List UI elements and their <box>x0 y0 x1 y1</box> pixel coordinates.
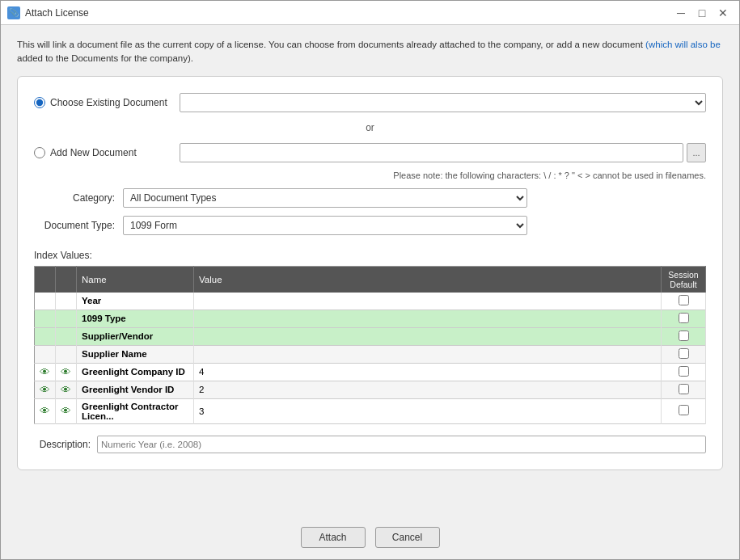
row-icon1[interactable]: 👁 <box>35 398 56 423</box>
eye-icon[interactable]: 👁 <box>61 366 71 378</box>
choose-existing-radio[interactable] <box>34 97 45 108</box>
row-name: Supplier/Vendor <box>77 327 194 345</box>
index-table: Name Value SessionDefault Year <box>34 266 706 424</box>
row-session-checkbox[interactable] <box>679 295 689 305</box>
title-bar: 📎 Attach License ─ □ ✕ <box>1 1 739 25</box>
maximize-button[interactable]: □ <box>692 5 712 21</box>
row-name: Supplier Name <box>77 345 194 363</box>
row-icon1 <box>35 293 56 310</box>
title-bar-controls: ─ □ ✕ <box>671 5 733 21</box>
footer: Attach Cancel <box>1 519 739 559</box>
row-value-input[interactable] <box>199 385 656 394</box>
row-session-checkbox[interactable] <box>679 405 689 415</box>
table-row: 1099 Type <box>35 309 706 327</box>
content-area: This will link a document file as the cu… <box>1 25 739 519</box>
eye-icon[interactable]: 👁 <box>40 384 50 396</box>
main-window: 📎 Attach License ─ □ ✕ This will link a … <box>0 0 740 560</box>
add-new-text: Add New Document <box>50 147 137 158</box>
row-session-checkbox[interactable] <box>679 313 689 323</box>
table-row: 👁 👁 Greenlight Company ID <box>35 363 706 381</box>
document-type-row: Document Type: 1099 Form <box>34 216 706 235</box>
choose-existing-text: Choose Existing Document <box>50 97 167 108</box>
col-name-header: Name <box>77 266 194 293</box>
info-text-part1: This will link a document file as the cu… <box>17 40 645 49</box>
row-name: Year <box>77 293 194 310</box>
row-session-default[interactable] <box>662 327 706 345</box>
minimize-button[interactable]: ─ <box>671 5 691 21</box>
info-text-link: (which will also be <box>645 40 721 49</box>
row-session-default[interactable] <box>662 398 706 423</box>
row-session-default[interactable] <box>662 345 706 363</box>
row-value-input[interactable] <box>199 367 656 377</box>
row-icon1 <box>35 345 56 363</box>
eye-icon[interactable]: 👁 <box>61 384 71 396</box>
row-value-input[interactable] <box>199 406 656 416</box>
row-session-default[interactable] <box>662 309 706 327</box>
row-session-checkbox[interactable] <box>679 348 689 359</box>
row-icon2 <box>56 309 77 327</box>
col-session-default-header: SessionDefault <box>662 266 706 293</box>
description-row: Description: <box>34 436 706 453</box>
table-row: 👁 👁 Greenlight Vendor ID <box>35 381 706 398</box>
window-title: Attach License <box>25 7 89 19</box>
file-input-row: ... <box>180 143 706 162</box>
row-value[interactable] <box>194 381 662 398</box>
col-icon2 <box>56 266 77 293</box>
row-icon2 <box>56 293 77 310</box>
document-type-dropdown[interactable]: 1099 Form <box>123 216 527 235</box>
choose-existing-label[interactable]: Choose Existing Document <box>34 97 171 108</box>
row-value-input[interactable] <box>199 349 656 359</box>
category-dropdown[interactable]: All Document Types <box>123 188 527 208</box>
choose-existing-row: Choose Existing Document <box>34 93 706 112</box>
row-value[interactable] <box>194 293 662 310</box>
existing-document-dropdown[interactable] <box>180 93 706 112</box>
add-new-radio[interactable] <box>34 147 45 158</box>
row-value[interactable] <box>194 363 662 381</box>
row-session-checkbox[interactable] <box>679 331 689 341</box>
close-button[interactable]: ✕ <box>713 5 733 21</box>
row-value[interactable] <box>194 327 662 345</box>
row-value[interactable] <box>194 398 662 423</box>
row-session-default[interactable] <box>662 381 706 398</box>
row-icon2[interactable]: 👁 <box>56 363 77 381</box>
eye-icon[interactable]: 👁 <box>40 366 50 378</box>
row-value[interactable] <box>194 309 662 327</box>
row-session-checkbox[interactable] <box>679 384 689 394</box>
row-name: 1099 Type <box>77 309 194 327</box>
attach-button[interactable]: Attach <box>301 527 366 548</box>
eye-icon[interactable]: 👁 <box>40 405 50 417</box>
cancel-button[interactable]: Cancel <box>375 527 440 548</box>
description-label: Description: <box>34 439 91 450</box>
row-session-default[interactable] <box>662 363 706 381</box>
row-icon2[interactable]: 👁 <box>56 398 77 423</box>
row-name: Greenlight Contractor Licen... <box>77 398 194 423</box>
row-value-input[interactable] <box>199 296 656 305</box>
description-input[interactable] <box>97 436 706 453</box>
row-icon1[interactable]: 👁 <box>35 381 56 398</box>
document-type-label: Document Type: <box>34 220 115 231</box>
info-text: This will link a document file as the cu… <box>17 38 723 66</box>
row-session-default[interactable] <box>662 293 706 310</box>
table-row: Supplier Name <box>35 345 706 363</box>
row-session-checkbox[interactable] <box>679 366 689 377</box>
row-icon2[interactable]: 👁 <box>56 381 77 398</box>
row-icon2 <box>56 327 77 345</box>
row-value-input[interactable] <box>199 331 656 341</box>
note-text: Please note: the following characters: \… <box>393 171 706 180</box>
index-section: Index Values: Name Value SessionDefault <box>34 250 706 424</box>
index-table-header-row: Name Value SessionDefault <box>35 266 706 293</box>
row-icon1[interactable]: 👁 <box>35 363 56 381</box>
row-icon2 <box>56 345 77 363</box>
eye-icon[interactable]: 👁 <box>61 405 71 417</box>
window-icon: 📎 <box>7 6 20 19</box>
add-new-label[interactable]: Add New Document <box>34 147 171 158</box>
or-separator: or <box>34 120 706 135</box>
new-document-input[interactable] <box>180 143 683 162</box>
row-value-input[interactable] <box>199 314 656 323</box>
index-table-body: Year 1099 Type <box>35 293 706 424</box>
row-name: Greenlight Vendor ID <box>77 381 194 398</box>
row-icon1 <box>35 327 56 345</box>
row-value[interactable] <box>194 345 662 363</box>
browse-button[interactable]: ... <box>687 143 706 162</box>
row-name: Greenlight Company ID <box>77 363 194 381</box>
